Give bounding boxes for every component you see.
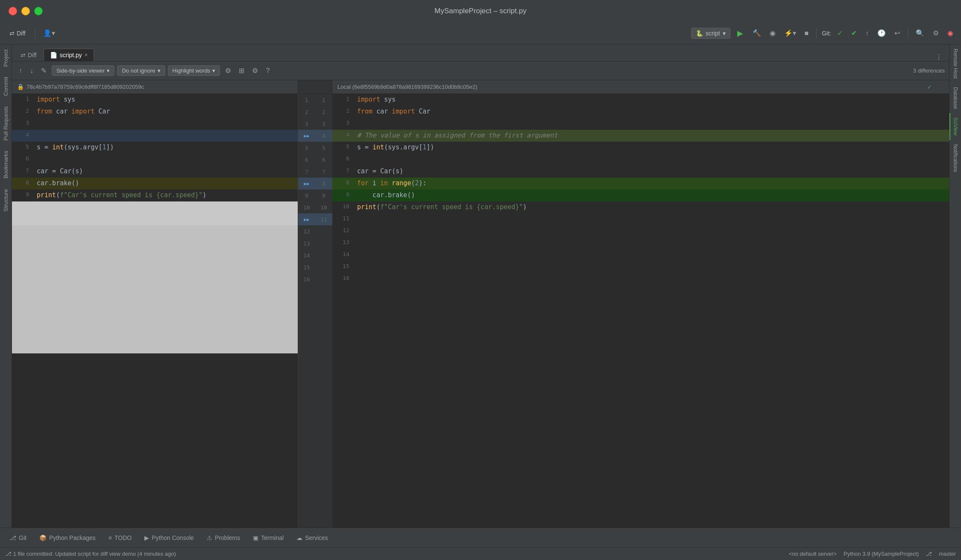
highlight-dropdown[interactable]: Highlight words ▾ (168, 65, 220, 76)
right-content-16 (354, 273, 949, 285)
git-label: Git: (822, 30, 831, 37)
search-button[interactable]: 🔍 (913, 27, 927, 39)
mid-arrow-8: ▶▶ (298, 179, 315, 188)
middle-row-9: 9 9 (298, 190, 332, 201)
left-line-7: 7 car = Car(s) (12, 166, 298, 178)
right-line-8: 8 for i in range(2): (332, 178, 949, 190)
right-line-2: 2 from car import Car (332, 106, 949, 118)
right-linenum-15: 15 (332, 261, 354, 273)
middle-row-11: ▶▶ 11 (298, 213, 332, 225)
diff-prev-button[interactable]: ↑ (16, 66, 25, 76)
stop-button[interactable]: ■ (802, 28, 812, 39)
mid-arrow-4: ▶▶ (298, 131, 315, 140)
middle-row-5: 5 5 (298, 142, 332, 154)
mid-right-9: 9 (315, 191, 332, 201)
maximize-button[interactable] (34, 7, 43, 15)
toolbar-separator-2 (816, 28, 817, 38)
middle-row-8: ▶▶ 8 (298, 178, 332, 190)
mid-left-10: 10 (298, 203, 315, 213)
mid-right-1: 1 (315, 95, 332, 105)
script-py-tab[interactable]: 📄 script.py × (44, 49, 94, 61)
python-packages-tab[interactable]: 📦 Python Packages (33, 532, 102, 544)
terminal-tab[interactable]: ▣ Terminal (247, 532, 290, 544)
sidebar-item-remote-host[interactable]: Remote Host (949, 44, 961, 83)
diff-next-button[interactable]: ↓ (27, 66, 36, 76)
script-run-dropdown[interactable]: 🐍 script ▾ (691, 28, 730, 39)
left-content-11 (33, 213, 298, 225)
left-line-5: 5 s = int(sys.argv[1]) (12, 142, 298, 154)
services-tab[interactable]: ☁ Services (290, 532, 334, 544)
sidebar-item-pull-requests[interactable]: Pull Requests (0, 101, 12, 146)
minimize-button[interactable] (21, 7, 30, 15)
git-revert-button[interactable]: ↩ (892, 27, 902, 39)
user-icon-button[interactable]: 👤▾ (41, 27, 58, 39)
left-content-10 (33, 201, 298, 213)
right-linenum-14: 14 (332, 249, 354, 261)
diff-button[interactable]: ⇄ Diff (5, 27, 30, 40)
left-file-header: 🔒 78c4b7b97a78759c69c8dff8f7185d80920205… (12, 80, 298, 93)
ignore-dropdown[interactable]: Do not ignore ▾ (117, 65, 165, 76)
middle-row-12: 12 (298, 225, 332, 237)
mid-left-3: 3 (298, 119, 315, 129)
profile-dropdown[interactable]: ⚡▾ (782, 27, 799, 39)
middle-row-15: 15 (298, 261, 332, 273)
git-checkmark-button[interactable]: ✔ (849, 27, 859, 39)
mid-left-13: 13 (298, 239, 315, 248)
todo-tab[interactable]: ≡ TODO (103, 532, 138, 544)
git-icon-status: ⎇ (5, 551, 13, 557)
diff-icon: ⇄ (21, 52, 26, 58)
right-content-5: s = int(sys.argv[1]) (354, 142, 949, 154)
git-history-button[interactable]: 🕐 (875, 27, 888, 39)
git-bottom-tab[interactable]: ⎇ Git (3, 532, 32, 544)
git-branch[interactable]: master (939, 551, 956, 557)
python-version[interactable]: Python 3.9 (MySampleProject) (844, 551, 919, 557)
mid-left-9: 9 (298, 191, 315, 201)
mid-left-15: 15 (298, 262, 315, 272)
problems-tab[interactable]: ⚠ Problems (201, 532, 246, 544)
right-content-4: # The value of s in assigned from the fi… (354, 130, 949, 142)
git-push-button[interactable]: ↑ (863, 28, 871, 39)
sidebar-item-structure[interactable]: Structure (0, 184, 12, 217)
status-message: ⎇ 1 file committed: Updated script for d… (5, 551, 789, 557)
diff-settings-icon[interactable]: ⚙ (223, 65, 234, 76)
sidebar-item-project[interactable]: Project (0, 44, 12, 72)
sidebar-item-commit[interactable]: Commit (0, 72, 12, 101)
sidebar-item-sciview[interactable]: SciView (949, 113, 961, 140)
git-check-button[interactable]: ✓ (835, 27, 845, 39)
close-button[interactable] (9, 7, 17, 15)
git-branch-icon: ⎇ (926, 551, 932, 557)
jetbrains-icon[interactable]: ◉ (945, 27, 956, 39)
side-by-side-dropdown[interactable]: Side-by-side viewer ▾ (52, 65, 114, 76)
diff-help-icon[interactable]: ? (263, 65, 272, 76)
tab-more-button[interactable]: ⋮ (932, 53, 946, 61)
dropdown-chevron-2: ▾ (158, 67, 161, 74)
settings-button[interactable]: ⚙ (930, 27, 941, 39)
sidebar-item-bookmarks[interactable]: Bookmarks (0, 146, 12, 184)
right-linenum-10: 10 (332, 201, 354, 213)
dropdown-chevron-3: ▾ (212, 67, 215, 74)
python-console-tab[interactable]: ▶ Python Console (138, 532, 200, 544)
build-button[interactable]: 🔨 (750, 27, 764, 39)
right-line-11: 11 (332, 213, 949, 225)
diff-layout-icon[interactable]: ⊞ (236, 65, 247, 76)
sidebar-item-notifications[interactable]: Notifications (949, 140, 961, 176)
middle-row-16: 16 (298, 273, 332, 285)
mid-left-2: 2 (298, 107, 315, 117)
diff-content[interactable]: 1 import sys 2 from car import Car 3 4 (12, 94, 949, 528)
server-status[interactable]: <no default server> (789, 551, 837, 557)
sidebar-item-database[interactable]: Database (949, 83, 961, 113)
run-button[interactable]: ▶ (734, 27, 747, 40)
diff-toolbar: ↑ ↓ ✎ Side-by-side viewer ▾ Do not ignor… (12, 61, 949, 80)
left-content-5: s = int(sys.argv[1]) (33, 142, 298, 154)
diff-gear-icon[interactable]: ⚙ (249, 65, 261, 76)
dropdown-arrow: ▾ (723, 30, 726, 37)
right-line-1: 1 import sys (332, 94, 949, 106)
tab-close-button[interactable]: × (85, 52, 88, 58)
coverage-button[interactable]: ◉ (767, 27, 778, 39)
middle-row-2: 2 2 (298, 106, 332, 118)
problems-icon: ⚠ (207, 534, 212, 541)
mid-right-4: 4 (315, 131, 332, 141)
diff-edit-button[interactable]: ✎ (38, 65, 49, 76)
mid-right-5: 5 (315, 143, 332, 153)
right-content-9: car.brake() (354, 190, 949, 201)
